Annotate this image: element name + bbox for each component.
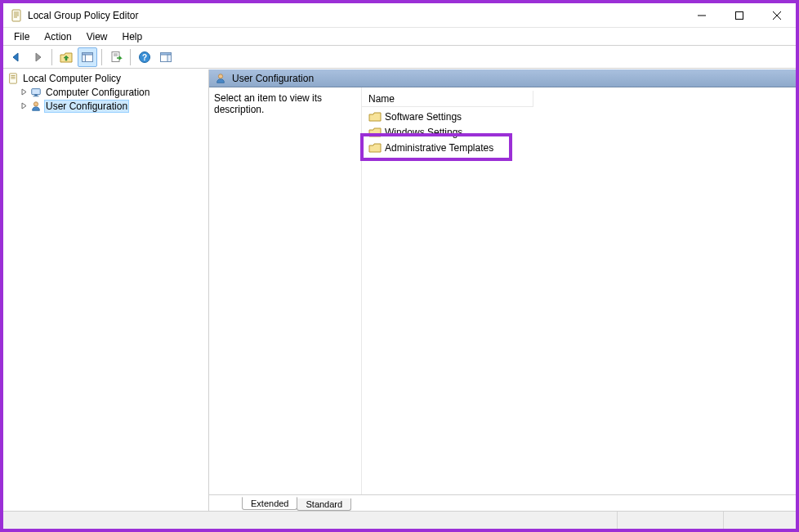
status-cell — [3, 512, 618, 529]
list-item-software-settings[interactable]: Software Settings — [362, 109, 796, 124]
close-button[interactable] — [758, 3, 796, 28]
svg-rect-25 — [34, 94, 38, 96]
description-text: Select an item to view its description. — [214, 92, 322, 115]
minimize-button[interactable] — [683, 3, 721, 28]
app-icon — [10, 9, 23, 22]
svg-rect-19 — [167, 55, 172, 62]
titlebar: Local Group Policy Editor — [3, 3, 796, 28]
tab-standard[interactable]: Standard — [297, 498, 351, 511]
menu-action[interactable]: Action — [37, 29, 78, 44]
detail-pane: User Configuration Select an item to vie… — [209, 69, 796, 511]
svg-point-28 — [218, 74, 222, 78]
svg-rect-12 — [112, 51, 119, 61]
svg-rect-24 — [32, 88, 41, 94]
list-item-administrative-templates[interactable]: Administrative Templates — [362, 140, 796, 155]
expander-icon[interactable] — [18, 102, 29, 110]
status-cell — [724, 512, 796, 529]
detail-header-title: User Configuration — [232, 73, 314, 84]
list-item-windows-settings[interactable]: Windows Settings — [362, 124, 796, 140]
maximize-button[interactable] — [721, 3, 758, 28]
folder-icon — [368, 111, 382, 123]
menu-help[interactable]: Help — [115, 29, 150, 44]
user-icon — [29, 101, 42, 112]
tree-item-user-config[interactable]: User Configuration — [3, 99, 208, 113]
description-column: Select an item to view its description. — [209, 87, 361, 494]
toolbar-help-button[interactable]: ? — [135, 47, 154, 67]
window-frame: Local Group Policy Editor File Action Vi… — [0, 0, 799, 532]
menubar: File Action View Help — [3, 28, 796, 46]
toolbar-back-button[interactable] — [7, 47, 26, 67]
policy-icon — [7, 73, 20, 84]
svg-rect-11 — [83, 55, 86, 62]
statusbar — [3, 511, 796, 529]
folder-icon — [368, 127, 382, 138]
window-controls — [683, 3, 796, 28]
expander-icon[interactable] — [18, 88, 29, 96]
toolbar-separator — [51, 49, 52, 65]
svg-rect-26 — [33, 96, 39, 96]
svg-text:?: ? — [142, 53, 147, 62]
svg-point-27 — [33, 101, 38, 105]
toolbar-export-button[interactable] — [106, 47, 126, 67]
list-item-label: Administrative Templates — [385, 142, 493, 154]
tree-item-computer-config[interactable]: Computer Configuration — [3, 85, 208, 99]
tab-extended[interactable]: Extended — [242, 497, 297, 510]
status-cell — [618, 512, 724, 529]
list-rows: Software Settings Windows Settings — [362, 107, 796, 155]
toolbar-up-button[interactable] — [56, 47, 76, 67]
computer-icon — [29, 87, 42, 98]
detail-header: User Configuration — [209, 69, 796, 87]
list-column: Name Software Settings Windo — [361, 87, 796, 494]
detail-tabs: Extended Standard — [209, 494, 796, 511]
folder-icon — [368, 142, 382, 154]
tree-item-label: User Configuration — [44, 100, 129, 113]
tree-root-label: Local Computer Policy — [21, 73, 123, 84]
toolbar: ? — [3, 46, 796, 69]
window-title: Local Group Policy Editor — [28, 10, 138, 21]
list-item-label: Software Settings — [385, 111, 462, 123]
tree-root[interactable]: Local Computer Policy — [3, 71, 208, 85]
toolbar-action-pane-button[interactable] — [156, 47, 176, 67]
menu-file[interactable]: File — [7, 29, 37, 44]
tree-pane[interactable]: Local Computer Policy Computer Configura… — [3, 69, 209, 511]
tree-item-label: Computer Configuration — [44, 87, 151, 98]
main-area: Local Computer Policy Computer Configura… — [3, 69, 796, 511]
toolbar-separator — [130, 49, 131, 65]
toolbar-separator — [101, 49, 102, 65]
user-icon — [214, 73, 227, 84]
menu-view[interactable]: View — [79, 29, 115, 44]
toolbar-forward-button[interactable] — [28, 47, 47, 67]
column-header-name[interactable]: Name — [362, 91, 533, 107]
svg-rect-6 — [736, 11, 743, 19]
detail-body: Select an item to view its description. … — [209, 87, 796, 494]
toolbar-console-tree-button[interactable] — [78, 47, 97, 67]
list-item-label: Windows Settings — [385, 127, 462, 138]
